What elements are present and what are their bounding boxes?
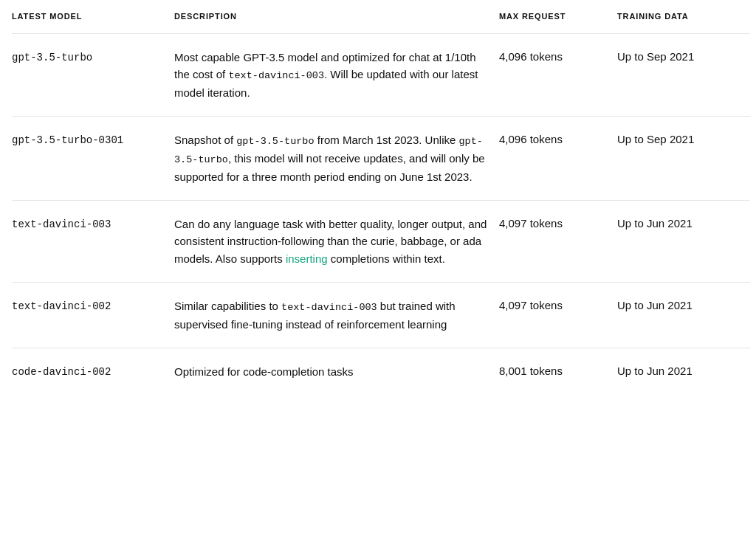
col-header-training-data: TRAINING DATA [617, 0, 750, 33]
model-name-cell: gpt-3.5-turbo-0301 [12, 116, 174, 200]
description-text: Optimized for code-completion tasks [174, 363, 487, 380]
model-name: text-davinci-002 [12, 300, 111, 312]
training-data-cell: Up to Jun 2021 [617, 201, 750, 283]
model-name: code-davinci-002 [12, 366, 111, 378]
col-header-description: DESCRIPTION [174, 0, 499, 33]
max-request-cell: 4,097 tokens [499, 282, 617, 348]
model-name: gpt-3.5-turbo [12, 52, 92, 63]
training-data-cell: Up to Sep 2021 [617, 33, 750, 116]
training-data-cell: Up to Jun 2021 [617, 348, 750, 395]
model-name-cell: text-davinci-002 [12, 282, 174, 348]
model-name: gpt-3.5-turbo-0301 [12, 134, 123, 146]
training-data-cell: Up to Sep 2021 [617, 116, 750, 200]
training-data-cell: Up to Jun 2021 [617, 282, 750, 348]
description-link[interactable]: inserting [286, 252, 328, 265]
description-text: Can do any language task with better qua… [174, 215, 487, 267]
table-header: LATEST MODEL DESCRIPTION MAX REQUEST TRA… [12, 0, 750, 33]
max-request-cell: 4,097 tokens [499, 201, 617, 283]
model-name-cell: text-davinci-003 [12, 201, 174, 283]
table-body: gpt-3.5-turboMost capable GPT-3.5 model … [12, 33, 750, 395]
models-table: LATEST MODEL DESCRIPTION MAX REQUEST TRA… [12, 0, 750, 395]
description-cell: Most capable GPT-3.5 model and optimized… [174, 33, 499, 116]
table-row: gpt-3.5-turbo-0301Snapshot of gpt-3.5-tu… [12, 116, 750, 200]
description-text: Similar capabilities to text-davinci-003… [174, 297, 487, 333]
description-text: Snapshot of gpt-3.5-turbo from March 1st… [174, 131, 487, 185]
description-cell: Optimized for code-completion tasks [174, 348, 499, 395]
col-header-model: LATEST MODEL [12, 0, 174, 33]
description-text: Most capable GPT-3.5 model and optimized… [174, 49, 487, 101]
table-row: gpt-3.5-turboMost capable GPT-3.5 model … [12, 33, 750, 116]
model-name: text-davinci-003 [12, 218, 111, 230]
description-cell: Snapshot of gpt-3.5-turbo from March 1st… [174, 116, 499, 200]
table-row: text-davinci-002Similar capabilities to … [12, 282, 750, 348]
models-table-container: LATEST MODEL DESCRIPTION MAX REQUEST TRA… [0, 0, 756, 395]
description-cell: Similar capabilities to text-davinci-003… [174, 282, 499, 348]
inline-code: gpt-3.5-turbo [174, 136, 483, 165]
description-cell: Can do any language task with better qua… [174, 201, 499, 283]
inline-code: gpt-3.5-turbo [236, 136, 314, 147]
model-name-cell: gpt-3.5-turbo [12, 33, 174, 116]
inline-code: text-davinci-003 [281, 302, 377, 313]
max-request-cell: 8,001 tokens [499, 348, 617, 395]
max-request-cell: 4,096 tokens [499, 33, 617, 116]
inline-code: text-davinci-003 [228, 70, 324, 81]
table-row: text-davinci-003Can do any language task… [12, 201, 750, 283]
model-name-cell: code-davinci-002 [12, 348, 174, 395]
max-request-cell: 4,096 tokens [499, 116, 617, 200]
table-row: code-davinci-002Optimized for code-compl… [12, 348, 750, 395]
col-header-max-request: MAX REQUEST [499, 0, 617, 33]
